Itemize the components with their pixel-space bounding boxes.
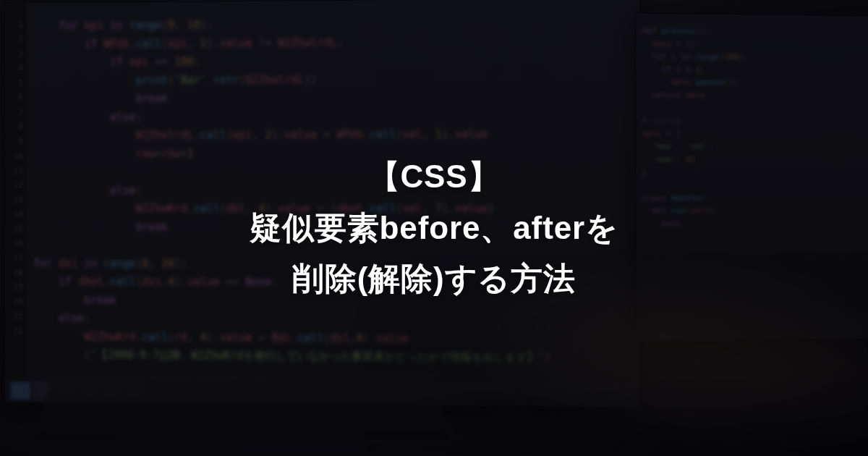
title-line-3: 削除(解除)する方法 bbox=[292, 253, 576, 304]
title-line-1: 【CSS】 bbox=[368, 151, 501, 202]
title-line-2: 疑似要素before、afterを bbox=[250, 203, 618, 253]
title-container: 【CSS】 疑似要素before、afterを 削除(解除)する方法 bbox=[0, 0, 868, 456]
